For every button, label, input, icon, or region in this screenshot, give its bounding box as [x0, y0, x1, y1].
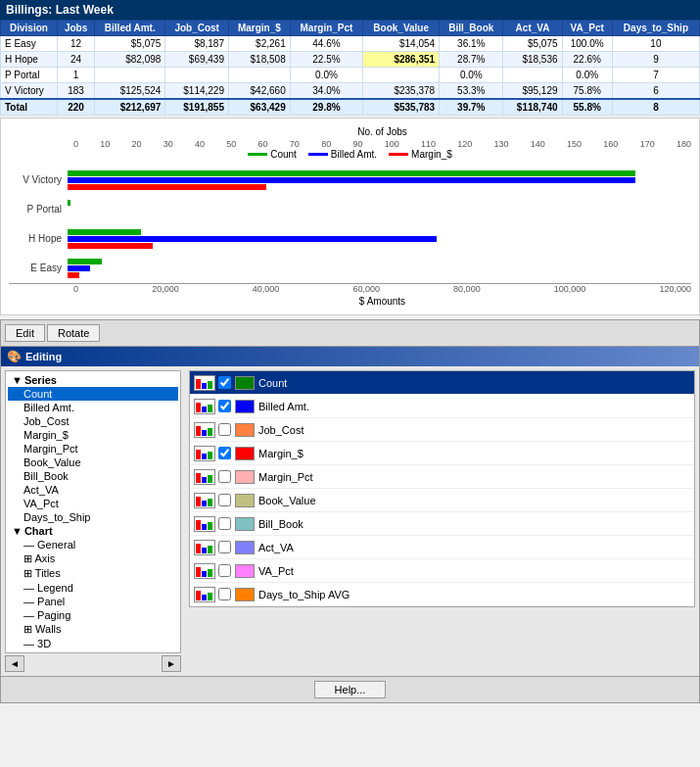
cell-jobcost: $69,439	[165, 52, 229, 68]
cell-division: E Easy	[1, 36, 58, 52]
cell-billed: $5,075	[95, 36, 165, 52]
rotate-button[interactable]: Rotate	[47, 324, 100, 342]
series-checkbox[interactable]	[218, 447, 231, 459]
series-list-row[interactable]: Days_to_Ship AVG	[190, 583, 694, 606]
series-list-row[interactable]: Margin_Pct	[190, 465, 694, 489]
color-swatch	[235, 447, 255, 460]
cell-book: $14,054	[363, 36, 440, 52]
bottom-axis-label: $ Amounts	[9, 296, 691, 307]
top-tick: 150	[567, 139, 582, 149]
cell-jobcost: $114,229	[165, 83, 229, 100]
series-mini-icon	[194, 469, 215, 485]
series-mini-icon	[194, 587, 215, 602]
cell-book: $235,378	[363, 83, 440, 100]
tree-chart-item[interactable]: — General	[8, 538, 178, 551]
tree-series-item[interactable]: Job_Cost	[8, 414, 178, 428]
tree-chart-item[interactable]: — Paging	[8, 608, 178, 622]
tree-series-item[interactable]: Days_to_Ship	[8, 510, 178, 524]
series-name-label: Count	[258, 377, 690, 389]
cell-margin-s: $2,261	[229, 36, 291, 52]
series-checkbox[interactable]	[218, 541, 231, 553]
scroll-left[interactable]: ◄	[5, 655, 24, 672]
edit-button[interactable]: Edit	[5, 324, 45, 342]
tree-chart-item[interactable]: ⊞ Axis	[8, 551, 178, 566]
series-mini-icon	[194, 540, 215, 555]
series-list-row[interactable]: Book_Value	[190, 489, 694, 512]
series-mini-icon	[194, 516, 215, 532]
tree-chart-item[interactable]: ⊞ Titles	[8, 566, 178, 581]
series-list-row[interactable]: Billed Amt.	[190, 395, 694, 418]
series-list-row[interactable]: Margin_$	[190, 442, 694, 465]
x-axis: 020,00040,00060,00080,000100,000120,000	[9, 283, 691, 294]
cell-billbook: 36.1%	[440, 36, 503, 52]
count-bar	[68, 259, 102, 264]
series-list-row[interactable]: Count	[190, 371, 694, 395]
tree-series-item[interactable]: Billed Amt.	[8, 401, 178, 414]
cell-book: $286,351	[363, 52, 440, 68]
cell-margin-pct: 44.6%	[290, 36, 363, 52]
col-book: Book_Value	[363, 21, 440, 36]
cell-billbook: 28.7%	[440, 52, 503, 68]
col-vapct: VA_Pct	[562, 21, 612, 36]
series-checkbox[interactable]	[218, 376, 231, 389]
top-tick: 90	[352, 139, 362, 149]
help-bar: Help...	[1, 676, 699, 702]
tree-chart-item[interactable]: — Panel	[8, 595, 178, 608]
cell-total-jobcost: $191,855	[165, 99, 229, 116]
bottom-tick: 40,000	[253, 284, 280, 294]
series-checkbox[interactable]	[218, 564, 231, 577]
series-checkbox[interactable]	[218, 517, 231, 530]
tree-series-item[interactable]: Count	[8, 387, 178, 401]
cell-margin-s: $18,508	[229, 52, 291, 68]
series-checkbox[interactable]	[218, 494, 231, 506]
series-checkbox[interactable]	[218, 400, 231, 412]
series-name-label: Book_Value	[258, 495, 690, 506]
tree-series-item[interactable]: VA_Pct	[8, 497, 178, 510]
cell-actva: $5,075	[503, 36, 562, 52]
bottom-tick: 120,000	[659, 284, 691, 294]
series-list-row[interactable]: Act_VA	[190, 536, 694, 559]
dialog-title: Editing	[25, 351, 62, 362]
series-name-label: Margin_Pct	[258, 471, 690, 483]
cell-jobs: 183	[57, 83, 94, 100]
tree-series-item[interactable]: Margin_$	[8, 428, 178, 442]
cell-division: V Victory	[1, 83, 58, 100]
cell-total-billbook: 39.7%	[440, 99, 503, 116]
tree-series-item[interactable]: Bill_Book	[8, 469, 178, 483]
col-actva: Act_VA	[503, 21, 562, 36]
tree-series-item[interactable]: Margin_Pct	[8, 442, 178, 455]
top-tick: 60	[258, 139, 268, 149]
series-checkbox[interactable]	[218, 588, 231, 600]
series-list-row[interactable]: Bill_Book	[190, 512, 694, 536]
tree-chart-item[interactable]: — 3D	[8, 637, 178, 650]
help-button[interactable]: Help...	[314, 681, 387, 698]
series-list-row[interactable]: VA_Pct	[190, 559, 694, 583]
legend-label: Margin_$	[411, 149, 452, 160]
tree-chart-header[interactable]: ▼Chart	[8, 524, 178, 538]
cell-days: 6	[612, 83, 699, 100]
count-bar	[68, 170, 635, 176]
tree-series-item[interactable]: Book_Value	[8, 455, 178, 469]
series-name-label: Bill_Book	[258, 518, 690, 530]
tree-chart-item[interactable]: — Legend	[8, 581, 178, 595]
bar-container	[68, 257, 691, 278]
tree-chart-item[interactable]: ⊞ Walls	[8, 622, 178, 637]
cell-total-margin-s: $63,429	[229, 99, 291, 116]
tree-series-item[interactable]: Act_VA	[8, 483, 178, 497]
legend-item: Margin_$	[389, 149, 452, 160]
col-jobs: Jobs	[57, 21, 94, 36]
header-title: Billings: Last Week	[6, 3, 114, 17]
margin-bar	[68, 184, 266, 190]
cell-division: H Hope	[1, 52, 58, 68]
series-checkbox[interactable]	[218, 423, 231, 436]
tree-panel: ▼SeriesCountBilled Amt.Job_CostMargin_$M…	[5, 370, 181, 653]
tree-series-header[interactable]: ▼Series	[8, 373, 178, 387]
series-list-row[interactable]: Job_Cost	[190, 418, 694, 442]
scroll-right[interactable]: ►	[162, 655, 181, 672]
series-checkbox[interactable]	[218, 470, 231, 483]
series-mini-icon	[194, 446, 215, 461]
series-panel: CountBilled Amt.Job_CostMargin_$Margin_P…	[189, 370, 695, 607]
col-margin-pct: Margin_Pct	[290, 21, 363, 36]
legend-item: Billed Amt.	[308, 149, 377, 160]
color-swatch	[235, 564, 255, 578]
